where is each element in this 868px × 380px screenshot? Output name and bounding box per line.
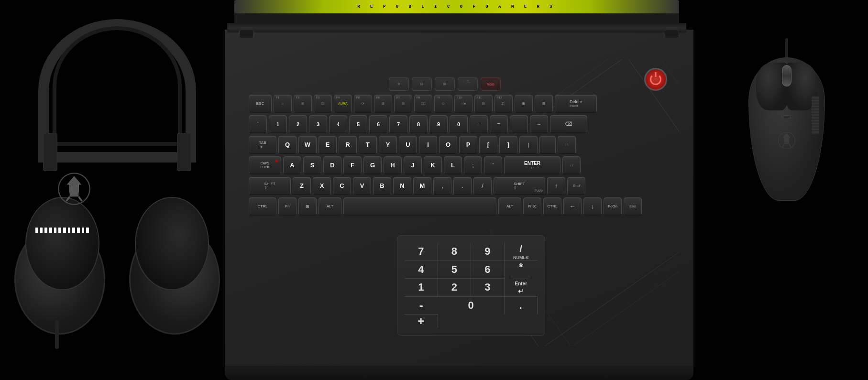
key-arr-down[interactable]: ↓ [583, 197, 602, 216]
key-6[interactable]: 6 [369, 115, 387, 133]
key-space[interactable] [343, 197, 496, 216]
key-f11[interactable]: F11 ⊟ [474, 95, 493, 113]
key-q[interactable]: Q [278, 136, 297, 154]
key-fn[interactable]: Fn [278, 197, 297, 216]
key-m[interactable]: M [413, 177, 431, 195]
key-f8[interactable]: F8 □□ [414, 95, 432, 113]
key-rbracket[interactable]: ] [499, 136, 517, 154]
key-b[interactable]: B [373, 177, 391, 195]
key-2[interactable]: 2 [289, 115, 307, 133]
key-d[interactable]: D [323, 156, 341, 174]
key-f3[interactable]: F3 ⊡ [314, 95, 332, 113]
numpad-1[interactable]: 1 [405, 279, 438, 297]
key-end[interactable]: End [567, 177, 585, 195]
key-alt-left[interactable]: ALT [319, 197, 341, 216]
key-p[interactable]: P [459, 136, 477, 154]
numpad-decimal[interactable]: . [505, 297, 538, 315]
key-quote[interactable]: ' [484, 156, 502, 174]
key-intl[interactable] [510, 115, 528, 133]
key-c[interactable]: C [333, 177, 351, 195]
key-a[interactable]: A [283, 156, 301, 174]
numpad-7[interactable]: 7 [405, 243, 438, 261]
key-4[interactable]: 4 [329, 115, 347, 133]
numpad-8[interactable]: 8 [438, 243, 472, 261]
key-slash[interactable]: / [473, 177, 492, 195]
numpad-6[interactable]: 6 [471, 261, 505, 279]
numpad-0[interactable]: 0 [438, 297, 505, 315]
key-f12[interactable]: F12 Z⁺ [494, 95, 513, 113]
key-9[interactable]: 9 [429, 115, 448, 133]
key-8[interactable]: 8 [409, 115, 428, 133]
key-enter[interactable]: ENTER ↵ [504, 156, 560, 174]
key-pg-up[interactable]: ↑↑ [558, 136, 576, 154]
numpad-3[interactable]: 3 [471, 279, 505, 297]
key-backslash-top[interactable]: | [519, 136, 538, 154]
key-f10[interactable]: F10 ○/● [454, 95, 472, 113]
key-5[interactable]: 5 [349, 115, 367, 133]
key-arr-left[interactable]: ← [563, 197, 582, 216]
key-pg-dn[interactable]: ↓↓ [562, 156, 581, 174]
key-win[interactable]: ⊞ [298, 197, 317, 216]
key-lbracket[interactable]: [ [479, 136, 497, 154]
key-f1[interactable]: F1 ☼ [274, 95, 292, 113]
key-ctrl-right[interactable]: CTRL [543, 197, 561, 216]
key-x[interactable]: X [313, 177, 331, 195]
key-f6[interactable]: F6 ⊠ [374, 95, 392, 113]
key-t[interactable]: T [359, 136, 377, 154]
key-backtick[interactable]: ` [249, 115, 267, 133]
key-ctrl-left[interactable]: CTRL [249, 197, 276, 216]
key-caps[interactable]: CAPSLOCK [249, 156, 281, 174]
media-key-1[interactable]: ⊙ [389, 77, 409, 91]
key-esc[interactable]: ESC [249, 95, 272, 113]
key-prtsc[interactable]: ⊞ [515, 95, 533, 113]
numpad-enter[interactable]: * Enter ↵ [505, 261, 538, 297]
key-o[interactable]: O [439, 136, 457, 154]
numpad-plus[interactable]: + [405, 315, 438, 328]
key-v[interactable]: V [353, 177, 371, 195]
key-prtsc-bottom[interactable]: PrtSc [523, 197, 541, 216]
key-comma[interactable]: , [433, 177, 451, 195]
media-key-rog[interactable]: ROG [481, 77, 501, 91]
key-shift-right[interactable]: SHIFT⇧ PoUp [494, 177, 545, 195]
key-n[interactable]: N [393, 177, 411, 195]
media-key-3[interactable]: ⊞ [435, 77, 455, 91]
key-7[interactable]: 7 [389, 115, 407, 133]
key-arr-right[interactable]: → [530, 115, 548, 133]
numpad-4[interactable]: 4 [405, 261, 438, 279]
key-backspace[interactable]: ⌫ [550, 115, 587, 133]
key-r[interactable]: R [339, 136, 357, 154]
key-period[interactable]: . [453, 177, 472, 195]
numpad-divide[interactable]: / NUMLK [505, 243, 538, 261]
key-f[interactable]: F [343, 156, 362, 174]
key-scrlk[interactable]: ⊟ [535, 95, 553, 113]
key-s[interactable]: S [303, 156, 321, 174]
key-arr-up[interactable]: ↑ [547, 177, 565, 195]
numpad-9[interactable]: 9 [471, 243, 505, 261]
key-semicolon[interactable]: ; [464, 156, 482, 174]
key-1[interactable]: 1 [269, 115, 287, 133]
power-button[interactable] [644, 68, 667, 91]
key-u[interactable]: U [399, 136, 417, 154]
key-g[interactable]: G [363, 156, 382, 174]
key-alt-right[interactable]: ALT [498, 197, 521, 216]
key-equals[interactable]: = [490, 115, 508, 133]
key-f2[interactable]: F2 ⊞ [294, 95, 312, 113]
key-i[interactable]: I [419, 136, 437, 154]
numpad-minus[interactable]: - [405, 297, 438, 315]
mouse-scroll-wheel[interactable] [782, 65, 791, 87]
key-l[interactable]: L [444, 156, 462, 174]
key-home-end[interactable]: End [624, 197, 642, 216]
key-f5[interactable]: F5 ⟳ [354, 95, 372, 113]
key-f4[interactable]: F4 AURA [334, 95, 352, 113]
media-key-4[interactable]: ⋯ [458, 77, 478, 91]
key-z[interactable]: Z [293, 177, 311, 195]
key-del-small[interactable] [539, 136, 556, 154]
key-f7[interactable]: F7 ⊟ [394, 95, 412, 113]
key-shift-left[interactable]: SHIFT⇧ [249, 177, 291, 195]
key-e[interactable]: E [319, 136, 337, 154]
media-key-2[interactable]: ⊡ [412, 77, 432, 91]
numpad-5[interactable]: 5 [438, 261, 472, 279]
key-k[interactable]: K [424, 156, 442, 174]
key-arr-right-bottom[interactable]: PoDn [604, 197, 622, 216]
key-y[interactable]: Y [379, 136, 397, 154]
